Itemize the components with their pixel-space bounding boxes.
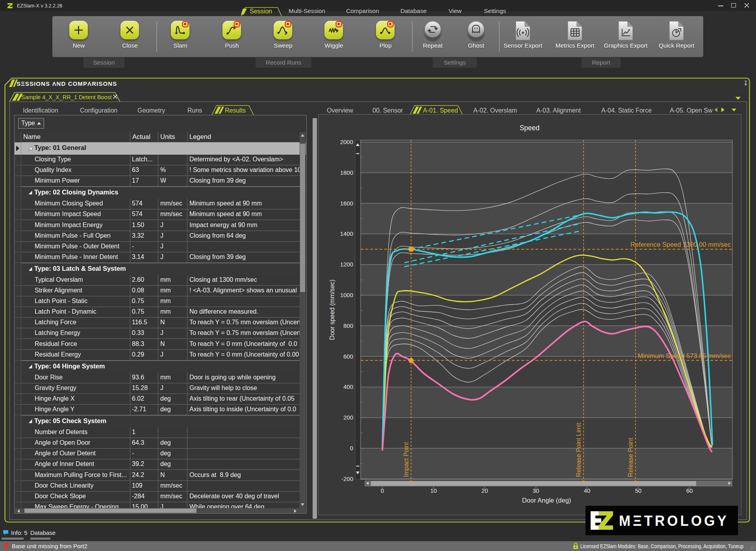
svg-text:-200: -200	[341, 475, 353, 482]
svg-text:600: 600	[343, 353, 353, 360]
svg-text:Impact Point: Impact Point	[403, 442, 410, 477]
svg-text:30: 30	[533, 487, 539, 494]
svg-text:60: 60	[686, 487, 693, 494]
svg-text:50: 50	[635, 487, 642, 494]
svg-text:1600: 1600	[340, 200, 353, 207]
svg-text:0: 0	[350, 445, 353, 451]
svg-text:400: 400	[343, 383, 353, 390]
svg-text:800: 800	[343, 322, 353, 329]
svg-text:1200: 1200	[340, 261, 353, 268]
svg-text:Minimum Speed 573.85 mm/sec: Minimum Speed 573.85 mm/sec	[637, 352, 731, 359]
svg-text:2000: 2000	[340, 139, 353, 145]
svg-text:Speed: Speed	[520, 124, 540, 132]
svg-text:Door speed (mm/sec): Door speed (mm/sec)	[329, 279, 335, 340]
svg-text:0: 0	[381, 487, 384, 494]
svg-text:40: 40	[584, 487, 591, 494]
svg-text:1400: 1400	[340, 230, 353, 237]
svg-text:Release Point: Release Point	[627, 438, 634, 477]
svg-text:Door Angle (deg): Door Angle (deg)	[522, 497, 571, 504]
svg-text:200: 200	[343, 414, 353, 421]
svg-text:1800: 1800	[340, 169, 353, 176]
svg-text:10: 10	[430, 487, 437, 494]
svg-text:1000: 1000	[340, 292, 353, 298]
svg-text:20: 20	[482, 487, 488, 494]
svg-text:Reference Speed 1300.00 mm/sec: Reference Speed 1300.00 mm/sec	[630, 241, 731, 248]
svg-text:Release Point Limit: Release Point Limit	[575, 423, 582, 477]
